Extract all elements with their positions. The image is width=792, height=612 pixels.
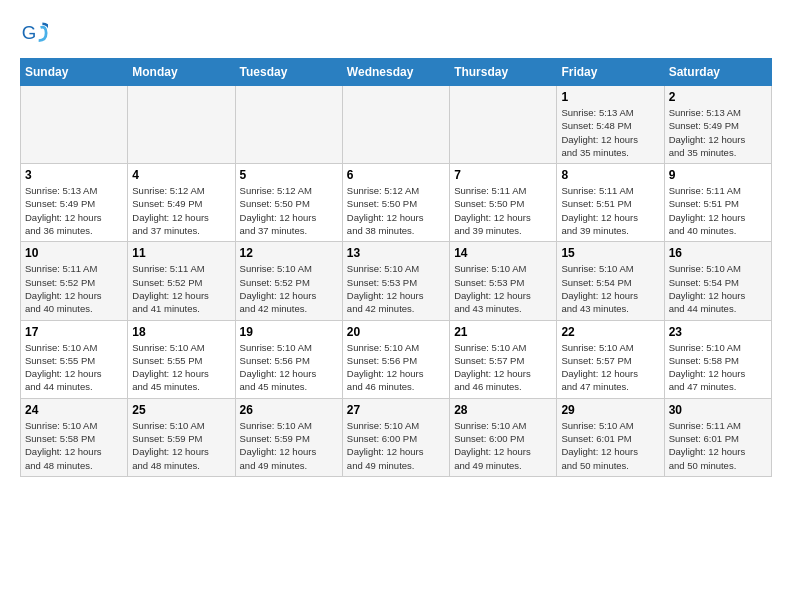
- calendar-cell: 19Sunrise: 5:10 AM Sunset: 5:56 PM Dayli…: [235, 320, 342, 398]
- day-info: Sunrise: 5:13 AM Sunset: 5:49 PM Dayligh…: [25, 184, 123, 237]
- day-info: Sunrise: 5:10 AM Sunset: 5:59 PM Dayligh…: [132, 419, 230, 472]
- day-info: Sunrise: 5:10 AM Sunset: 5:56 PM Dayligh…: [240, 341, 338, 394]
- svg-text:G: G: [22, 22, 37, 43]
- day-number: 11: [132, 246, 230, 260]
- day-info: Sunrise: 5:10 AM Sunset: 5:55 PM Dayligh…: [132, 341, 230, 394]
- day-number: 9: [669, 168, 767, 182]
- day-number: 28: [454, 403, 552, 417]
- day-number: 30: [669, 403, 767, 417]
- logo: G: [20, 20, 52, 48]
- day-number: 13: [347, 246, 445, 260]
- calendar-cell: 4Sunrise: 5:12 AM Sunset: 5:49 PM Daylig…: [128, 164, 235, 242]
- day-number: 16: [669, 246, 767, 260]
- day-number: 29: [561, 403, 659, 417]
- calendar-cell: 26Sunrise: 5:10 AM Sunset: 5:59 PM Dayli…: [235, 398, 342, 476]
- calendar-cell: 9Sunrise: 5:11 AM Sunset: 5:51 PM Daylig…: [664, 164, 771, 242]
- day-info: Sunrise: 5:12 AM Sunset: 5:49 PM Dayligh…: [132, 184, 230, 237]
- calendar-cell: 11Sunrise: 5:11 AM Sunset: 5:52 PM Dayli…: [128, 242, 235, 320]
- calendar-week-4: 17Sunrise: 5:10 AM Sunset: 5:55 PM Dayli…: [21, 320, 772, 398]
- calendar-cell: 25Sunrise: 5:10 AM Sunset: 5:59 PM Dayli…: [128, 398, 235, 476]
- day-info: Sunrise: 5:10 AM Sunset: 6:01 PM Dayligh…: [561, 419, 659, 472]
- calendar-cell: 21Sunrise: 5:10 AM Sunset: 5:57 PM Dayli…: [450, 320, 557, 398]
- day-info: Sunrise: 5:13 AM Sunset: 5:48 PM Dayligh…: [561, 106, 659, 159]
- calendar-cell: 23Sunrise: 5:10 AM Sunset: 5:58 PM Dayli…: [664, 320, 771, 398]
- day-info: Sunrise: 5:11 AM Sunset: 5:51 PM Dayligh…: [669, 184, 767, 237]
- calendar-cell: 2Sunrise: 5:13 AM Sunset: 5:49 PM Daylig…: [664, 86, 771, 164]
- calendar-cell: 27Sunrise: 5:10 AM Sunset: 6:00 PM Dayli…: [342, 398, 449, 476]
- day-info: Sunrise: 5:10 AM Sunset: 5:57 PM Dayligh…: [454, 341, 552, 394]
- calendar-cell: 20Sunrise: 5:10 AM Sunset: 5:56 PM Dayli…: [342, 320, 449, 398]
- day-info: Sunrise: 5:10 AM Sunset: 6:00 PM Dayligh…: [454, 419, 552, 472]
- calendar-cell: 14Sunrise: 5:10 AM Sunset: 5:53 PM Dayli…: [450, 242, 557, 320]
- day-number: 26: [240, 403, 338, 417]
- day-number: 23: [669, 325, 767, 339]
- day-info: Sunrise: 5:10 AM Sunset: 5:58 PM Dayligh…: [25, 419, 123, 472]
- calendar-cell: 15Sunrise: 5:10 AM Sunset: 5:54 PM Dayli…: [557, 242, 664, 320]
- day-info: Sunrise: 5:10 AM Sunset: 5:54 PM Dayligh…: [669, 262, 767, 315]
- calendar-cell: 18Sunrise: 5:10 AM Sunset: 5:55 PM Dayli…: [128, 320, 235, 398]
- calendar-week-2: 3Sunrise: 5:13 AM Sunset: 5:49 PM Daylig…: [21, 164, 772, 242]
- day-info: Sunrise: 5:11 AM Sunset: 5:50 PM Dayligh…: [454, 184, 552, 237]
- header-monday: Monday: [128, 59, 235, 86]
- day-number: 19: [240, 325, 338, 339]
- day-number: 21: [454, 325, 552, 339]
- header-sunday: Sunday: [21, 59, 128, 86]
- day-number: 5: [240, 168, 338, 182]
- day-number: 10: [25, 246, 123, 260]
- day-number: 7: [454, 168, 552, 182]
- calendar-cell: 10Sunrise: 5:11 AM Sunset: 5:52 PM Dayli…: [21, 242, 128, 320]
- calendar-week-3: 10Sunrise: 5:11 AM Sunset: 5:52 PM Dayli…: [21, 242, 772, 320]
- calendar-cell: 16Sunrise: 5:10 AM Sunset: 5:54 PM Dayli…: [664, 242, 771, 320]
- day-info: Sunrise: 5:10 AM Sunset: 5:54 PM Dayligh…: [561, 262, 659, 315]
- header-saturday: Saturday: [664, 59, 771, 86]
- day-info: Sunrise: 5:10 AM Sunset: 6:00 PM Dayligh…: [347, 419, 445, 472]
- day-number: 24: [25, 403, 123, 417]
- day-info: Sunrise: 5:11 AM Sunset: 5:52 PM Dayligh…: [25, 262, 123, 315]
- day-number: 17: [25, 325, 123, 339]
- calendar-cell: [235, 86, 342, 164]
- calendar-cell: 3Sunrise: 5:13 AM Sunset: 5:49 PM Daylig…: [21, 164, 128, 242]
- day-number: 27: [347, 403, 445, 417]
- calendar-cell: 28Sunrise: 5:10 AM Sunset: 6:00 PM Dayli…: [450, 398, 557, 476]
- day-number: 20: [347, 325, 445, 339]
- day-info: Sunrise: 5:10 AM Sunset: 5:56 PM Dayligh…: [347, 341, 445, 394]
- day-number: 4: [132, 168, 230, 182]
- day-info: Sunrise: 5:10 AM Sunset: 5:55 PM Dayligh…: [25, 341, 123, 394]
- calendar-week-1: 1Sunrise: 5:13 AM Sunset: 5:48 PM Daylig…: [21, 86, 772, 164]
- day-info: Sunrise: 5:10 AM Sunset: 5:57 PM Dayligh…: [561, 341, 659, 394]
- header-wednesday: Wednesday: [342, 59, 449, 86]
- day-number: 14: [454, 246, 552, 260]
- calendar-body: 1Sunrise: 5:13 AM Sunset: 5:48 PM Daylig…: [21, 86, 772, 477]
- calendar-cell: 17Sunrise: 5:10 AM Sunset: 5:55 PM Dayli…: [21, 320, 128, 398]
- calendar-cell: 29Sunrise: 5:10 AM Sunset: 6:01 PM Dayli…: [557, 398, 664, 476]
- day-number: 3: [25, 168, 123, 182]
- calendar-cell: 5Sunrise: 5:12 AM Sunset: 5:50 PM Daylig…: [235, 164, 342, 242]
- day-info: Sunrise: 5:10 AM Sunset: 5:52 PM Dayligh…: [240, 262, 338, 315]
- calendar-cell: 12Sunrise: 5:10 AM Sunset: 5:52 PM Dayli…: [235, 242, 342, 320]
- calendar-cell: 22Sunrise: 5:10 AM Sunset: 5:57 PM Dayli…: [557, 320, 664, 398]
- calendar-cell: [21, 86, 128, 164]
- day-info: Sunrise: 5:12 AM Sunset: 5:50 PM Dayligh…: [347, 184, 445, 237]
- day-number: 18: [132, 325, 230, 339]
- calendar-cell: [450, 86, 557, 164]
- day-number: 12: [240, 246, 338, 260]
- header-tuesday: Tuesday: [235, 59, 342, 86]
- day-info: Sunrise: 5:13 AM Sunset: 5:49 PM Dayligh…: [669, 106, 767, 159]
- calendar-cell: 1Sunrise: 5:13 AM Sunset: 5:48 PM Daylig…: [557, 86, 664, 164]
- calendar-cell: [342, 86, 449, 164]
- calendar-table: SundayMondayTuesdayWednesdayThursdayFrid…: [20, 58, 772, 477]
- logo-icon: G: [20, 20, 48, 48]
- page-header: G: [20, 20, 772, 48]
- calendar-cell: 13Sunrise: 5:10 AM Sunset: 5:53 PM Dayli…: [342, 242, 449, 320]
- day-info: Sunrise: 5:11 AM Sunset: 5:51 PM Dayligh…: [561, 184, 659, 237]
- day-number: 2: [669, 90, 767, 104]
- calendar-cell: [128, 86, 235, 164]
- day-number: 15: [561, 246, 659, 260]
- day-info: Sunrise: 5:10 AM Sunset: 5:53 PM Dayligh…: [454, 262, 552, 315]
- day-number: 8: [561, 168, 659, 182]
- day-number: 25: [132, 403, 230, 417]
- calendar-cell: 7Sunrise: 5:11 AM Sunset: 5:50 PM Daylig…: [450, 164, 557, 242]
- calendar-cell: 24Sunrise: 5:10 AM Sunset: 5:58 PM Dayli…: [21, 398, 128, 476]
- calendar-cell: 6Sunrise: 5:12 AM Sunset: 5:50 PM Daylig…: [342, 164, 449, 242]
- day-info: Sunrise: 5:10 AM Sunset: 5:53 PM Dayligh…: [347, 262, 445, 315]
